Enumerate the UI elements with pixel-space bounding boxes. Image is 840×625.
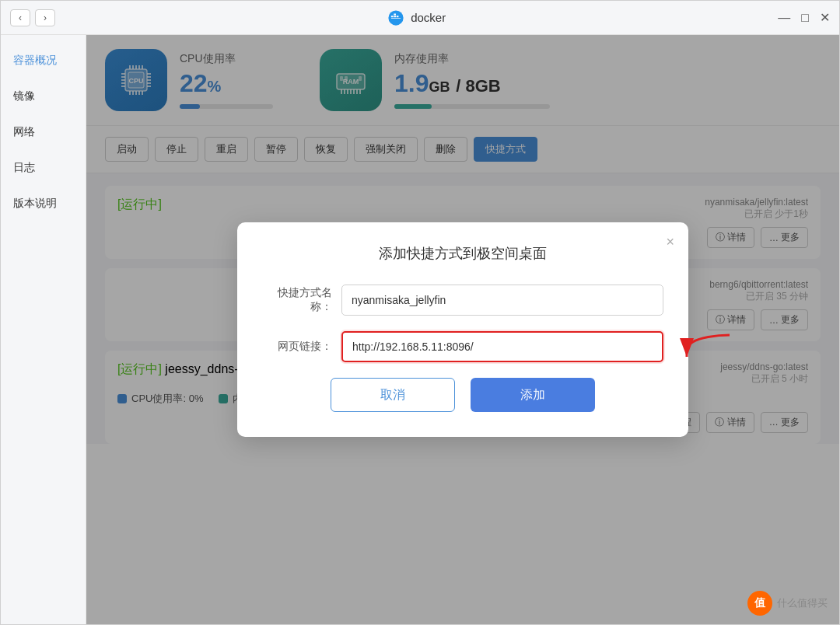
red-arrow-icon [671,327,733,366]
content-area: CPU [86,35,839,624]
main-content: 容器概况 镜像 网络 日志 版本说明 CPU [1,35,839,624]
svg-rect-5 [391,18,401,19]
shortcut-dialog: × 添加快捷方式到极空间桌面 快捷方式名称： 网页链接： [237,222,688,437]
shortcut-name-input[interactable] [341,285,663,316]
svg-rect-2 [394,16,396,17]
sidebar-item-logs[interactable]: 日志 [1,150,86,186]
window-title: docker [411,11,446,24]
watermark: 值 什么值得买 [747,591,828,616]
svg-rect-4 [394,13,396,15]
docker-logo-icon [387,9,404,26]
svg-rect-3 [397,16,399,17]
dialog-buttons: 取消 添加 [262,378,663,412]
close-button[interactable]: ✕ [820,12,830,24]
title-bar: ‹ › docker — □ ✕ [1,1,839,35]
sidebar-item-overview[interactable]: 容器概况 [1,43,86,79]
dialog-name-field: 快捷方式名称： [262,285,663,316]
watermark-logo: 值 [747,591,772,616]
url-label: 网页链接： [262,340,332,354]
title-bar-left: ‹ › [10,9,55,26]
sidebar-item-version[interactable]: 版本说明 [1,186,86,222]
minimize-button[interactable]: — [778,12,790,24]
shortcut-url-input[interactable] [341,331,663,362]
name-label: 快捷方式名称： [262,286,332,314]
modal-overlay: × 添加快捷方式到极空间桌面 快捷方式名称： 网页链接： [86,35,839,624]
title-bar-right: — □ ✕ [778,12,830,24]
title-bar-center: docker [387,9,446,26]
sidebar-item-network[interactable]: 网络 [1,114,86,150]
add-button[interactable]: 添加 [471,378,595,412]
dialog-url-field: 网页链接： [262,331,663,362]
cancel-button[interactable]: 取消 [331,378,455,412]
dialog-close-button[interactable]: × [666,235,674,249]
maximize-button[interactable]: □ [801,12,809,24]
watermark-text: 什么值得买 [777,596,828,610]
sidebar-item-images[interactable]: 镜像 [1,79,86,114]
main-window: ‹ › docker — □ ✕ 容器概况 [0,0,840,625]
back-button[interactable]: ‹ [10,9,30,26]
forward-button[interactable]: › [35,9,55,26]
svg-point-0 [389,10,404,25]
sidebar: 容器概况 镜像 网络 日志 版本说明 [1,35,86,624]
dialog-title: 添加快捷方式到极空间桌面 [262,244,663,263]
svg-rect-1 [391,16,394,17]
